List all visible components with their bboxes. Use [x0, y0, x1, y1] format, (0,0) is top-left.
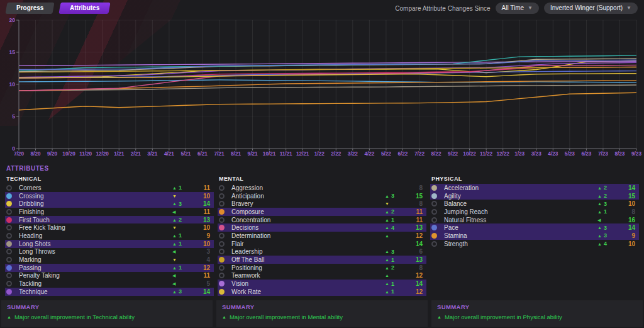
attribute-value: 15	[621, 193, 635, 200]
change-amount: 3	[179, 288, 182, 295]
attribute-row-jumping-reach[interactable]: Jumping Reach▲18	[430, 208, 639, 216]
attribute-change: ▲1	[172, 232, 196, 239]
attribute-value: 14	[409, 280, 423, 287]
compare-since-value: All Time	[502, 3, 525, 14]
attribute-value: 11	[409, 208, 423, 215]
attribute-row-vision[interactable]: Vision▲114	[218, 280, 426, 288]
attribute-change: ▲3	[385, 193, 409, 199]
change-up-icon: ▲	[385, 249, 389, 254]
x-axis-label: 3/23	[531, 151, 541, 157]
attribute-row-passing[interactable]: Passing▲112	[5, 264, 214, 272]
attribute-row-natural-fitness[interactable]: Natural Fitness◀16	[430, 216, 639, 224]
attribute-label: Aggression	[231, 184, 385, 191]
x-axis-label: 1/22	[314, 151, 325, 157]
group-header-physical: PHYSICAL	[431, 176, 639, 182]
x-axis-label: 10/21	[263, 151, 276, 157]
attribute-row-balance[interactable]: Balance▲310	[430, 200, 639, 208]
attribute-group-technical: TECHNICALCorners▲111Crossing▼10Dribbling…	[5, 174, 214, 296]
change-up-icon: ▲	[385, 257, 389, 262]
attribute-row-decisions[interactable]: Decisions▲413	[218, 223, 426, 232]
attribute-value: 3	[196, 248, 210, 255]
change-up-icon: ▲	[172, 186, 177, 190]
attribute-label: Technique	[19, 288, 172, 295]
attribute-row-agility[interactable]: Agility▲215	[430, 192, 639, 200]
attribute-row-strength[interactable]: Strength▲410	[430, 240, 639, 248]
attribute-row-crossing[interactable]: Crossing▼10	[5, 192, 214, 200]
role-dropdown[interactable]: Inverted Winger (Support) ▼	[544, 3, 638, 14]
attribute-row-finishing[interactable]: Finishing◀11	[5, 208, 214, 216]
attribute-label: Tackling	[19, 280, 172, 287]
attribute-row-first-touch[interactable]: First Touch▲213	[5, 216, 214, 224]
change-amount: 4	[604, 240, 607, 247]
line-color-icon	[431, 185, 437, 191]
attribute-row-bravery[interactable]: Bravery▼8	[218, 200, 426, 208]
attribute-marker-icon	[6, 225, 12, 230]
attributes-section: ATTRIBUTES TECHNICALCorners▲111Crossing▼…	[5, 160, 639, 296]
summary-title: SUMMARY	[437, 303, 637, 310]
attribute-label: Work Rate	[231, 288, 385, 295]
line-color-icon	[219, 281, 225, 286]
attribute-row-dribbling[interactable]: Dribbling▲314	[5, 200, 214, 208]
attribute-change: ▲	[385, 234, 409, 238]
attribute-row-stamina[interactable]: Stamina▲39	[430, 232, 639, 240]
attribute-row-determination[interactable]: Determination▲12	[218, 232, 426, 240]
attribute-row-flair[interactable]: Flair14	[218, 240, 426, 248]
attribute-label: Penalty Taking	[19, 272, 172, 279]
change-amount: 3	[604, 232, 607, 239]
attribute-row-positioning[interactable]: Positioning▲28	[218, 264, 426, 272]
attribute-row-free-kick-taking[interactable]: Free Kick Taking▼10	[5, 223, 214, 232]
attribute-row-heading[interactable]: Heading▲19	[5, 232, 214, 240]
attribute-row-composure[interactable]: Composure▲211	[218, 208, 426, 216]
change-up-icon: ▲	[597, 210, 602, 214]
attribute-row-pace[interactable]: Pace▲314	[430, 223, 639, 232]
attribute-change: ▲	[385, 273, 409, 278]
attribute-group-mental: MENTALAggression8Anticipation▲315Bravery…	[218, 174, 426, 296]
change-amount: 1	[179, 184, 182, 191]
attribute-row-marking[interactable]: Marking▼4	[5, 256, 214, 264]
attribute-row-corners[interactable]: Corners▲111	[5, 184, 214, 192]
attribute-row-aggression[interactable]: Aggression8	[218, 184, 426, 192]
attribute-marker-icon	[431, 241, 437, 247]
attribute-row-long-throws[interactable]: Long Throws◀3	[5, 248, 214, 256]
attribute-value: 9	[196, 232, 210, 239]
attribute-label: Teamwork	[231, 272, 385, 279]
attribute-marker-icon	[219, 265, 225, 271]
attribute-change: ▲1	[172, 240, 196, 247]
attribute-row-concentration[interactable]: Concentration▲111	[218, 216, 426, 224]
attribute-row-teamwork[interactable]: Teamwork▲12	[218, 272, 426, 280]
attribute-row-anticipation[interactable]: Anticipation▲315	[218, 192, 426, 200]
attribute-row-acceleration[interactable]: Acceleration▲214	[430, 184, 639, 192]
attribute-marker-icon	[6, 273, 12, 278]
line-color-icon	[219, 257, 225, 263]
change-down-icon: ▼	[172, 257, 177, 262]
attribute-value: 8	[409, 184, 423, 191]
x-axis-label: 5/22	[381, 151, 391, 157]
x-axis-label: 8/20	[31, 151, 41, 157]
attribute-row-work-rate[interactable]: Work Rate▲112	[218, 288, 426, 296]
tab-progress[interactable]: Progress	[5, 3, 55, 14]
change-up-icon: ▲	[172, 266, 177, 270]
attribute-change: ▼	[172, 194, 196, 198]
attribute-label: Concentration	[231, 217, 385, 223]
attribute-row-off-the-ball[interactable]: Off The Ball▲113	[218, 256, 426, 264]
attribute-change: ▲3	[597, 201, 621, 207]
attribute-label: Vision	[231, 280, 385, 287]
attribute-label: Marking	[19, 256, 172, 263]
x-axis-label: 1/23	[514, 151, 525, 157]
attribute-row-leadership[interactable]: Leadership▲36	[218, 248, 426, 256]
attribute-change: ▲2	[597, 193, 621, 199]
change-amount: 1	[391, 288, 394, 295]
x-axis-label: 11/21	[280, 151, 292, 157]
x-axis-label: 10/20	[62, 151, 75, 157]
attribute-row-long-shots[interactable]: Long Shots▲110	[5, 240, 214, 248]
attribute-row-tackling[interactable]: Tackling◀5	[5, 280, 214, 288]
tab-attributes[interactable]: Attributes	[59, 3, 111, 14]
attribute-row-penalty-taking[interactable]: Penalty Taking◀11	[5, 272, 214, 280]
attribute-value: 5	[196, 280, 210, 287]
attribute-value: 10	[196, 193, 210, 200]
x-axis-label: 11/22	[480, 151, 492, 157]
attribute-value: 9	[621, 232, 635, 239]
attribute-row-technique[interactable]: Technique▲314	[5, 288, 214, 296]
attribute-value: 14	[621, 224, 635, 231]
compare-since-dropdown[interactable]: All Time ▼	[496, 3, 539, 14]
